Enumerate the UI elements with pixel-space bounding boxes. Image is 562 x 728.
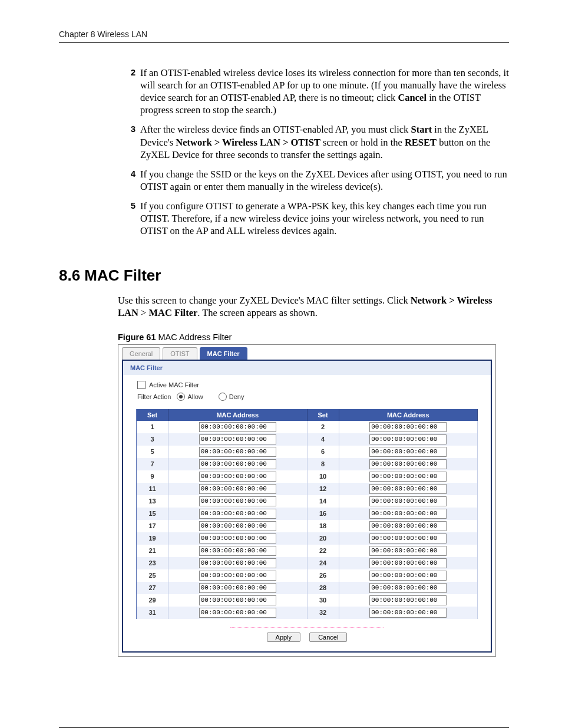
set-number: 25 [137, 569, 168, 582]
tab-bar: General OTIST MAC Filter [118, 345, 495, 360]
mac-address-input[interactable] [369, 571, 447, 581]
mac-address-input[interactable] [369, 434, 447, 444]
mac-cell [339, 458, 478, 470]
text: screen or hold in the [320, 137, 405, 148]
mac-address-input[interactable] [199, 546, 276, 556]
mac-cell [168, 508, 308, 520]
mac-cell [168, 446, 308, 458]
mac-address-input[interactable] [369, 496, 447, 506]
button-row: Apply Cancel [123, 627, 491, 642]
set-number: 28 [308, 582, 339, 594]
mac-cell [168, 607, 308, 619]
set-number: 3 [137, 433, 168, 446]
mac-address-input[interactable] [369, 447, 447, 457]
mac-address-input[interactable] [199, 472, 276, 482]
mac-address-input[interactable] [199, 583, 276, 593]
set-number: 29 [137, 594, 168, 607]
list-item-5: If you configure OTIST to generate a WPA… [140, 200, 509, 237]
mac-cell [168, 470, 308, 483]
tab-otist[interactable]: OTIST [163, 347, 197, 360]
mac-address-input[interactable] [199, 595, 276, 605]
mac-cell [168, 582, 308, 594]
set-number: 20 [308, 532, 339, 545]
cancel-button[interactable]: Cancel [309, 633, 347, 642]
list-number: 5 [124, 200, 135, 237]
mac-address-input[interactable] [369, 558, 447, 568]
mac-cell [168, 569, 308, 582]
set-number: 14 [308, 495, 339, 508]
mac-address-input[interactable] [199, 484, 276, 494]
mac-address-input[interactable] [199, 434, 276, 444]
mac-address-input[interactable] [199, 422, 276, 432]
set-number: 1 [137, 421, 168, 433]
mac-address-input[interactable] [369, 521, 447, 531]
mac-cell [339, 433, 478, 446]
mac-cell [339, 532, 478, 545]
set-number: 24 [308, 557, 339, 569]
set-number: 21 [137, 545, 168, 557]
mac-address-input[interactable] [369, 509, 447, 519]
th-mac: MAC Address [168, 409, 308, 421]
mac-address-input[interactable] [199, 608, 276, 618]
filter-action-deny-radio[interactable] [219, 393, 227, 401]
mac-cell [339, 495, 478, 508]
mac-address-input[interactable] [369, 546, 447, 556]
mac-address-input[interactable] [199, 558, 276, 568]
allow-label: Allow [187, 393, 203, 400]
mac-address-input[interactable] [369, 533, 447, 543]
text: . The screen appears as shown. [197, 307, 318, 318]
bold-text: MAC Filter [148, 307, 197, 318]
active-mac-filter-label: Active MAC Filter [149, 381, 199, 388]
mac-address-input[interactable] [199, 459, 276, 469]
list-item-3: After the wireless device finds an OTIST… [140, 123, 509, 160]
mac-cell [339, 483, 478, 495]
mac-cell [168, 594, 308, 607]
mac-address-input[interactable] [369, 484, 447, 494]
mac-cell [339, 520, 478, 532]
tab-general[interactable]: General [122, 347, 160, 360]
mac-address-input[interactable] [199, 571, 276, 581]
set-number: 19 [137, 532, 168, 545]
mac-address-input[interactable] [199, 521, 276, 531]
bold-text: Cancel [398, 92, 427, 103]
form-area: Active MAC Filter Filter Action Allow De… [123, 375, 491, 409]
th-set: Set [137, 409, 168, 421]
mac-cell [168, 458, 308, 470]
mac-cell [339, 421, 478, 433]
mac-address-input[interactable] [369, 595, 447, 605]
mac-cell [168, 483, 308, 495]
deny-label: Deny [229, 393, 244, 400]
mac-table: Set MAC Address Set MAC Address 12345678… [136, 409, 478, 619]
mac-cell [168, 433, 308, 446]
mac-cell [168, 545, 308, 557]
mac-cell [339, 607, 478, 619]
mac-address-input[interactable] [199, 496, 276, 506]
mac-address-input[interactable] [199, 533, 276, 543]
apply-button[interactable]: Apply [267, 633, 301, 642]
panel: MAC Filter Active MAC Filter Filter Acti… [122, 360, 492, 653]
filter-action-allow-radio[interactable] [177, 393, 185, 401]
bold-text: RESET [405, 137, 437, 148]
bold-text: Network > Wireless LAN > OTIST [176, 137, 320, 148]
mac-cell [339, 545, 478, 557]
active-mac-filter-checkbox[interactable] [137, 381, 146, 389]
set-number: 32 [308, 607, 339, 619]
mac-address-input[interactable] [369, 459, 447, 469]
tab-mac-filter[interactable]: MAC Filter [200, 347, 247, 360]
bold-text: Start [411, 124, 432, 135]
set-number: 26 [308, 569, 339, 582]
mac-cell [339, 557, 478, 569]
mac-address-input[interactable] [369, 608, 447, 618]
text: Use this screen to change your ZyXEL Dev… [118, 295, 411, 306]
mac-address-input[interactable] [369, 583, 447, 593]
mac-address-input[interactable] [369, 422, 447, 432]
set-number: 27 [137, 582, 168, 594]
mac-address-input[interactable] [199, 509, 276, 519]
list-number: 2 [124, 67, 135, 116]
figure-title: MAC Address Filter [156, 332, 232, 342]
list-number: 3 [124, 123, 135, 160]
mac-address-input[interactable] [199, 447, 276, 457]
mac-address-input[interactable] [369, 472, 447, 482]
screenshot-panel: General OTIST MAC Filter MAC Filter Acti… [118, 344, 496, 657]
set-number: 17 [137, 520, 168, 532]
